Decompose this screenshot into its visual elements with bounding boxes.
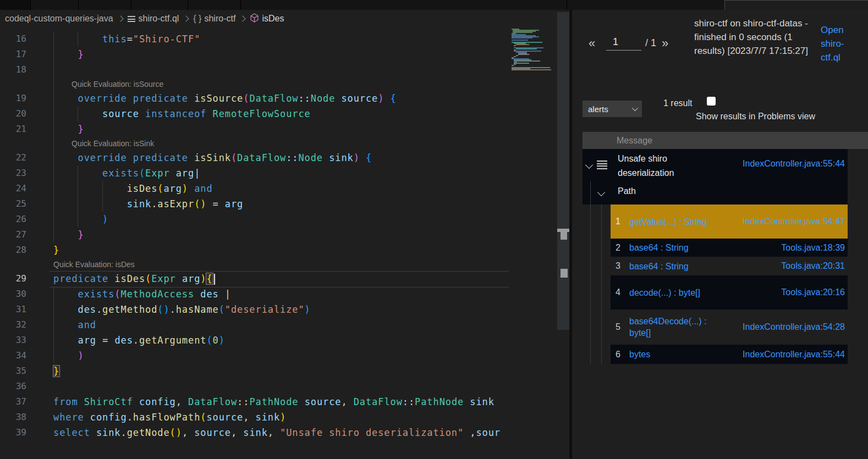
code-line[interactable]: 39select sink.getNode(), source, sink, "… [0,425,557,440]
code-line[interactable]: 32 and [0,317,557,333]
location-link[interactable]: IndexController.java:55:44 [743,159,845,169]
path-step-row[interactable]: 1getValue(...) : StringIndexController.j… [611,204,848,239]
path-step-row[interactable]: 4decode(...) : byte[]Tools.java:20:16 [611,275,848,309]
line-number: 36 [0,379,26,394]
code-line[interactable]: 34 ) [0,348,557,363]
code-line[interactable]: 17 } [0,47,557,62]
code-line[interactable]: 27 } [0,227,557,242]
path-step-row[interactable]: 6bytesIndexController.java:55:44 [611,345,848,364]
results-view-select-value: alerts [588,104,608,114]
path-step-row[interactable]: 5base64Decode(...) : byte[]IndexControll… [611,309,848,345]
tab-separator [30,0,31,10]
step-expression[interactable]: base64Decode(...) : byte[] [629,316,713,339]
results-tab[interactable] [724,0,868,10]
quick-eval-codelens[interactable]: Quick Evaluation: isDes [0,258,557,271]
code-line[interactable]: 36 [0,379,557,394]
code-text: select sink.getNode(), source, sink, "Un… [26,425,501,440]
alert-message: Unsafe shiro deserialization [618,152,716,180]
code-line[interactable]: 38where config.hasFlowPath(source, sink) [0,410,557,425]
location-link[interactable]: Tools.java:20:31 [713,261,848,271]
line-number: 34 [0,348,26,363]
next-page-button[interactable]: » [662,36,668,51]
location-link[interactable]: IndexController.java:54:47 [713,217,848,226]
code-text: isDes(arg) and [26,181,213,196]
tab-separator [240,0,241,10]
code-line[interactable]: 25 sink.asExpr() = arg [0,196,557,212]
alert-row[interactable]: Unsafe shiro deserialization IndexContro… [583,149,848,181]
code-line[interactable]: 23 exists(Expr arg| [0,165,557,181]
code-editor[interactable]: 16 this="Shiro-CTF"17 }18Quick Evaluatio… [0,27,569,459]
editor-scrollbar[interactable] [557,12,569,330]
code-line[interactable]: 26 ) [0,212,557,227]
step-index: 3 [611,261,629,271]
quick-eval-codelens[interactable]: Quick Evaluation: isSink [0,137,557,150]
code-text: source instanceof RemoteFlowSource [26,106,311,121]
location-link[interactable]: Tools.java:18:39 [713,243,848,253]
quick-eval-codelens[interactable]: Quick Evaluation: isSource [0,78,557,91]
code-text: } [26,242,59,258]
problems-view-checkbox[interactable] [707,97,716,106]
path-step-row[interactable]: 3base64 : StringTools.java:20:31 [611,257,848,275]
step-index: 6 [611,350,629,360]
step-expression[interactable]: getValue(...) : String [629,216,713,228]
message-column-header[interactable]: Message [583,132,868,149]
prev-page-button[interactable]: « [589,36,595,51]
code-line[interactable]: 18 [0,62,557,78]
location-link[interactable]: Tools.java:20:16 [713,287,848,297]
code-line[interactable]: 31 des.getMethod().hasName("deserialize"… [0,302,557,317]
code-line[interactable]: 33 arg = des.getArgument(0) [0,333,557,348]
tree-indent-guide [601,204,602,364]
tab-separator [78,0,79,10]
breadcrumb-file[interactable]: shiro-ctf.ql [139,14,179,24]
line-number: 32 [0,317,26,333]
path-row[interactable]: Path [583,181,848,204]
code-line[interactable]: 30 exists(MethodAccess des | [0,286,557,302]
code-line[interactable]: 24 isDes(arg) and [0,181,557,196]
location-link[interactable]: IndexController.java:54:28 [713,322,848,332]
code-line[interactable]: 28} [0,242,557,258]
path-step-row[interactable]: 2base64 : StringTools.java:18:39 [611,239,848,257]
code-text: exists(MethodAccess des | [26,286,231,302]
chevron-down-icon[interactable] [597,189,605,196]
code-line[interactable]: 19 override predicate isSource(DataFlow:… [0,91,557,106]
code-line[interactable]: 16 this="Shiro-CTF" [0,31,557,47]
minimap[interactable] [512,29,557,70]
code-text [26,62,53,78]
code-text [26,379,53,394]
step-expression[interactable]: base64 : String [629,261,713,272]
location-link[interactable]: IndexController.java:55:44 [713,350,848,360]
breadcrumb-module[interactable]: shiro-ctf [204,14,235,24]
code-text: override predicate isSink(DataFlow::Node… [26,150,372,165]
code-line[interactable]: 20 source instanceof RemoteFlowSource [0,106,557,121]
chevron-right-icon [240,15,246,21]
problems-view-label: Show results in Problems view [696,112,861,121]
step-expression[interactable]: decode(...) : byte[] [629,287,713,298]
chevron-down-icon[interactable] [585,161,593,169]
code-line[interactable]: 29predicate isDes(Expr arg){ [0,271,557,286]
code-lines: 16 this="Shiro-CTF"17 }18Quick Evaluatio… [0,31,557,440]
result-count: 1 result [663,95,693,111]
breadcrumb-folder[interactable]: codeql-custom-queries-java [5,14,113,24]
chevron-right-icon [183,15,189,21]
tab-separator [131,0,131,10]
code-text: } [26,47,84,62]
code-text: this="Shiro-CTF" [26,31,200,47]
step-expression[interactable]: bytes [629,349,713,360]
open-query-link[interactable]: Open shiro-ctf.ql [821,23,857,64]
query-run-status: shiro-ctf on shiro-ctf-datas - finished … [694,16,820,58]
path-steps: 1getValue(...) : StringIndexController.j… [583,204,848,364]
results-view-select[interactable]: alerts [583,101,642,117]
code-line[interactable]: 22 override predicate isSink(DataFlow::N… [0,150,557,165]
code-line[interactable]: 35} [0,363,557,379]
line-number: 28 [0,242,26,258]
code-text: override predicate isSource(DataFlow::No… [26,91,397,106]
line-number: 19 [0,91,26,106]
code-line[interactable]: 21 } [0,121,557,137]
step-expression[interactable]: base64 : String [629,242,713,253]
code-line[interactable]: 37from ShiroCtf config, DataFlow::PathNo… [0,394,557,410]
page-number-input[interactable]: 1 [606,33,641,51]
line-number: 33 [0,333,26,348]
line-number: 35 [0,363,26,379]
breadcrumb-symbol[interactable]: isDes [262,14,284,24]
code-text: where config.hasFlowPath(source, sink) [26,410,286,425]
